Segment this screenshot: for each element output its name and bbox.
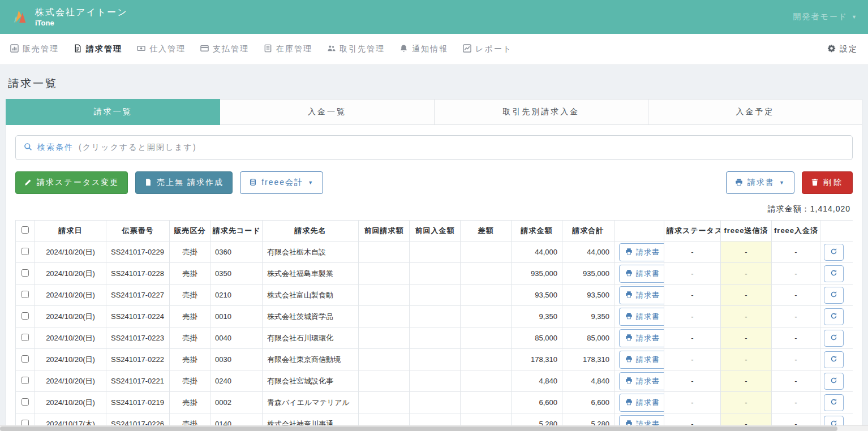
status-change-button[interactable]: 請求ステータス変更: [15, 171, 128, 194]
row-sync-button[interactable]: [824, 265, 844, 282]
nav-item-reports[interactable]: レポート: [463, 44, 512, 54]
cell-invoice-amount: 9,350: [512, 306, 562, 327]
search-conditions-hint: (クリックすると開閉します): [79, 143, 197, 153]
nav-item-payments[interactable]: 支払管理: [200, 44, 249, 54]
horizontal-scrollbar-thumb[interactable]: [0, 426, 837, 431]
select-all-checkbox[interactable]: [22, 226, 29, 234]
printer-icon: [625, 269, 633, 278]
col-header-sync: [820, 221, 853, 242]
cell-freee-sent: -: [721, 392, 772, 413]
cell-invoice-date: 2024/10/20(日): [35, 327, 106, 349]
cell-difference: [461, 242, 512, 263]
cell-slip-number: SS241017-0219: [106, 392, 170, 413]
cell-invoice-button: 請求書: [615, 392, 664, 413]
cell-invoice-status: -: [664, 263, 721, 285]
cell-invoice-status: -: [664, 392, 721, 413]
row-invoice-button[interactable]: 請求書: [619, 329, 664, 347]
cell-client-code: 0040: [210, 327, 263, 349]
app-header: 株式会社アイトーン iTone 開発者モード ▼: [0, 0, 868, 34]
nav-item-notifications[interactable]: 通知情報: [399, 44, 448, 54]
cell-invoice-date: 2024/10/20(日): [35, 306, 106, 327]
row-sync-button[interactable]: [824, 373, 844, 390]
dev-mode-dropdown[interactable]: 開発者モード ▼: [793, 12, 858, 22]
row-select-cell: [16, 392, 35, 413]
cell-invoice-amount: 935,000: [512, 263, 562, 285]
cell-invoice-total: 6,600: [562, 392, 615, 413]
cell-difference: [461, 306, 512, 327]
cell-invoice-status: -: [664, 327, 721, 349]
cell-invoice-amount: 6,600: [512, 392, 562, 413]
col-header-prev-deposit: 前回入金額: [410, 221, 461, 242]
row-sync-button[interactable]: [824, 244, 844, 261]
row-invoice-button[interactable]: 請求書: [619, 286, 664, 304]
row-sync-button[interactable]: [824, 394, 844, 411]
cell-prev-invoice: [359, 370, 410, 392]
row-sync-button[interactable]: [824, 287, 844, 304]
row-sync-button[interactable]: [824, 351, 844, 368]
card-icon: [200, 44, 209, 54]
create-no-sales-invoice-button[interactable]: 売上無 請求作成: [135, 171, 233, 194]
cell-slip-number: SS241017-0228: [106, 263, 170, 285]
table-header-row: 請求日 伝票番号 販売区分 請求先コード 請求先名 前回請求額 前回入金額 差額…: [16, 221, 853, 242]
search-conditions-label: 検索条件: [37, 143, 74, 153]
invoice-table: 請求日 伝票番号 販売区分 請求先コード 請求先名 前回請求額 前回入金額 差額…: [15, 220, 853, 431]
total-label: 請求金額：: [768, 204, 810, 213]
nav-item-purchasing[interactable]: 仕入管理: [137, 44, 186, 54]
row-sync-button[interactable]: [824, 308, 844, 325]
search-conditions-toggle[interactable]: 検索条件 (クリックすると開閉します): [15, 135, 853, 160]
cell-slip-number: SS241017-0223: [106, 327, 170, 349]
cell-freee-paid: -: [772, 306, 820, 327]
row-invoice-button[interactable]: 請求書: [619, 372, 664, 390]
delete-button[interactable]: 削除: [802, 171, 853, 194]
freee-accounting-dropdown[interactable]: freee会計 ▼: [240, 171, 323, 194]
row-sync-button[interactable]: [824, 330, 844, 347]
cell-sync: [820, 263, 853, 285]
tab-deposit-schedule[interactable]: 入金予定: [648, 99, 862, 125]
row-invoice-button[interactable]: 請求書: [619, 394, 664, 412]
cell-prev-deposit: [410, 392, 461, 413]
cell-freee-paid: -: [772, 285, 820, 306]
row-checkbox[interactable]: [22, 377, 29, 384]
cell-freee-paid: -: [772, 263, 820, 285]
nav-item-billing[interactable]: 請求管理: [74, 44, 122, 54]
row-checkbox[interactable]: [22, 398, 29, 406]
row-checkbox[interactable]: [22, 269, 29, 277]
nav-item-sales[interactable]: 販売管理: [10, 44, 59, 54]
printer-icon: [625, 334, 633, 343]
gear-icon: [827, 44, 836, 54]
cell-invoice-total: 9,350: [562, 306, 615, 327]
row-checkbox[interactable]: [22, 355, 29, 363]
cell-client-name: 有限会社宮城設化事: [263, 370, 359, 392]
printer-icon: [625, 355, 633, 364]
table-row: 2024/10/20(日) SS241017-0221 売掛 0240 有限会社…: [16, 370, 853, 392]
printer-icon: [625, 377, 633, 386]
table-row: 2024/10/20(日) SS241017-0222 売掛 0030 有限会社…: [16, 349, 853, 370]
cell-prev-invoice: [359, 242, 410, 263]
chevron-down-icon: ▼: [308, 180, 314, 186]
nav-item-inventory[interactable]: 在庫管理: [264, 44, 312, 54]
tab-partner-invoice-deposit[interactable]: 取引先別請求入金: [435, 99, 648, 125]
col-header-difference: 差額: [461, 221, 512, 242]
cell-invoice-date: 2024/10/20(日): [35, 285, 106, 306]
row-checkbox[interactable]: [22, 291, 29, 298]
printer-icon: [625, 291, 633, 300]
app-brand: 株式会社アイトーン iTone: [10, 7, 128, 28]
row-checkbox[interactable]: [22, 334, 29, 341]
nav-label: 取引先管理: [340, 44, 385, 54]
cell-client-name: 青森バイエルマテリアル: [263, 392, 359, 413]
row-invoice-button[interactable]: 請求書: [619, 243, 664, 261]
row-checkbox[interactable]: [22, 248, 29, 255]
nav-item-partners[interactable]: 取引先管理: [327, 44, 385, 54]
tab-invoice-list[interactable]: 請求一覧: [6, 99, 220, 125]
row-invoice-button[interactable]: 請求書: [619, 351, 664, 369]
cell-invoice-date: 2024/10/20(日): [35, 392, 106, 413]
cell-client-name: 有限会社栃木自設: [263, 242, 359, 263]
row-invoice-button[interactable]: 請求書: [619, 265, 664, 283]
invoice-print-dropdown[interactable]: 請求書 ▼: [726, 171, 794, 194]
cell-slip-number: SS241017-0229: [106, 242, 170, 263]
tab-deposit-list[interactable]: 入金一覧: [220, 99, 434, 125]
row-invoice-button[interactable]: 請求書: [619, 308, 664, 326]
nav-item-settings[interactable]: 設定: [827, 44, 858, 54]
row-checkbox[interactable]: [22, 312, 29, 320]
cell-prev-deposit: [410, 370, 461, 392]
